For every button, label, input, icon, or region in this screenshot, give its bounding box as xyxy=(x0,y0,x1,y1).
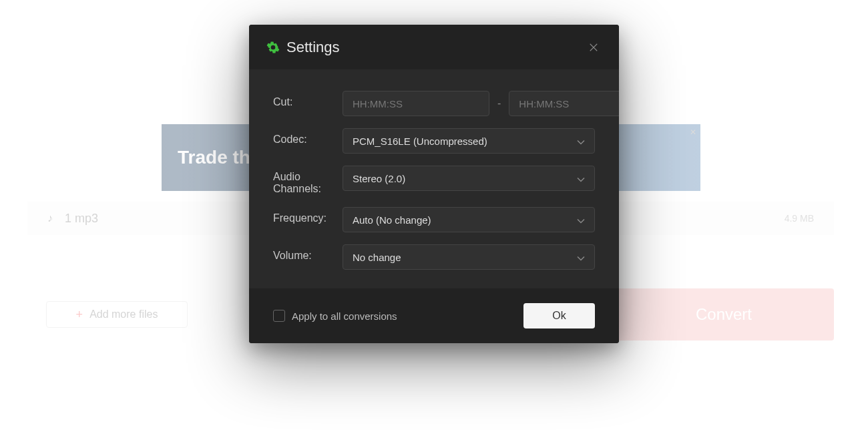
audio-channels-label: Audio Channels: xyxy=(273,166,343,195)
modal-footer: Apply to all conversions Ok xyxy=(249,288,619,343)
cut-start-input[interactable] xyxy=(343,91,489,116)
cut-separator: - xyxy=(497,97,501,109)
gear-icon xyxy=(266,41,280,54)
chevron-down-icon xyxy=(577,173,585,184)
ok-button[interactable]: Ok xyxy=(523,303,595,328)
chevron-down-icon xyxy=(577,136,585,147)
audio-channels-select[interactable]: Stereo (2.0) xyxy=(343,166,595,191)
modal-backdrop: Settings Cut: - Codec: xyxy=(0,0,868,440)
volume-label: Volume: xyxy=(273,244,343,262)
frequency-label: Frequency: xyxy=(273,207,343,224)
modal-header: Settings xyxy=(249,25,619,69)
codec-label: Codec: xyxy=(273,128,343,146)
cut-end-input[interactable] xyxy=(509,91,619,116)
frequency-select[interactable]: Auto (No change) xyxy=(343,207,595,232)
close-button[interactable] xyxy=(586,39,602,55)
audio-channels-value: Stereo (2.0) xyxy=(353,173,405,184)
apply-all-checkbox[interactable] xyxy=(273,310,285,322)
modal-body: Cut: - Codec: PCM_S16LE (Uncompressed) xyxy=(249,69,619,288)
modal-title: Settings xyxy=(286,39,340,56)
apply-all-checkbox-wrap[interactable]: Apply to all conversions xyxy=(273,310,397,322)
chevron-down-icon xyxy=(577,214,585,226)
apply-all-label: Apply to all conversions xyxy=(292,310,397,322)
settings-modal: Settings Cut: - Codec: xyxy=(249,25,619,343)
volume-value: No change xyxy=(353,252,401,263)
volume-select[interactable]: No change xyxy=(343,244,595,270)
frequency-value: Auto (No change) xyxy=(353,214,431,226)
cut-label: Cut: xyxy=(273,91,343,108)
chevron-down-icon xyxy=(577,252,585,263)
codec-value: PCM_S16LE (Uncompressed) xyxy=(353,136,487,147)
codec-select[interactable]: PCM_S16LE (Uncompressed) xyxy=(343,128,595,154)
